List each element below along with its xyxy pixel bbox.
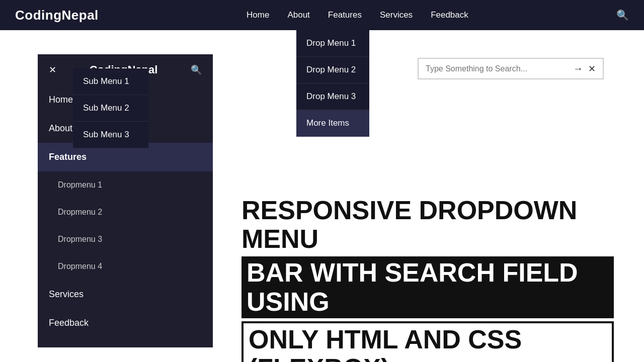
nav-feedback[interactable]: Feedback (422, 0, 477, 30)
sub-menu-1[interactable]: Sub Menu 1 (73, 68, 148, 95)
sidebar-item-dropmenu4[interactable]: Dropmenu 4 (38, 253, 213, 280)
main-content: RESPONSIVE DROPDOWN MENU BAR WITH SEARCH… (242, 196, 614, 362)
sidebar-close-icon[interactable]: ✕ (49, 64, 56, 75)
hero-line1: RESPONSIVE DROPDOWN MENU (242, 196, 614, 253)
nav-links: Home About Features Services Feedback (237, 0, 477, 30)
submit-icon[interactable]: → (573, 63, 583, 74)
more-items[interactable]: More Items (296, 110, 369, 137)
close-icon[interactable]: ✕ (588, 63, 596, 74)
sidebar-item-dropmenu3[interactable]: Dropmenu 3 (38, 226, 213, 253)
nav-home[interactable]: Home (237, 0, 278, 30)
search-icon[interactable]: 🔍 (616, 9, 629, 21)
sidebar-item-services[interactable]: Services (38, 280, 213, 309)
nav-services[interactable]: Services (371, 0, 422, 30)
nav-features[interactable]: Features (319, 0, 371, 30)
sidebar-item-dropmenu2[interactable]: Dropmenu 2 (38, 199, 213, 226)
sidebar-item-feedback[interactable]: Feedback (38, 309, 213, 337)
hero-line2: BAR WITH SEARCH FIELD USING (242, 256, 614, 318)
search-input[interactable] (426, 64, 568, 73)
top-navigation: CodingNepal Home About Features Services… (0, 0, 644, 30)
sidebar-search-icon[interactable]: 🔍 (191, 64, 202, 75)
sub-menu-3[interactable]: Sub Menu 3 (73, 122, 148, 148)
sub-menu-2[interactable]: Sub Menu 2 (73, 95, 148, 122)
dropdown-menu: Drop Menu 1 Drop Menu 2 Drop Menu 3 More… (296, 30, 369, 137)
hero-line3: ONLY HTML AND CSS (FLEXBOX) (242, 321, 614, 362)
nav-about[interactable]: About (278, 0, 318, 30)
hero-title: RESPONSIVE DROPDOWN MENU BAR WITH SEARCH… (242, 196, 614, 362)
sub-menu: Sub Menu 1 Sub Menu 2 Sub Menu 3 (73, 68, 148, 148)
drop-menu-2[interactable]: Drop Menu 2 (296, 57, 369, 83)
drop-menu-3[interactable]: Drop Menu 3 (296, 83, 369, 110)
sidebar-item-dropmenu1[interactable]: Dropmenu 1 (38, 171, 213, 199)
nav-logo: CodingNepal (15, 8, 99, 23)
search-box: → ✕ (418, 58, 604, 79)
drop-menu-1[interactable]: Drop Menu 1 (296, 30, 369, 57)
